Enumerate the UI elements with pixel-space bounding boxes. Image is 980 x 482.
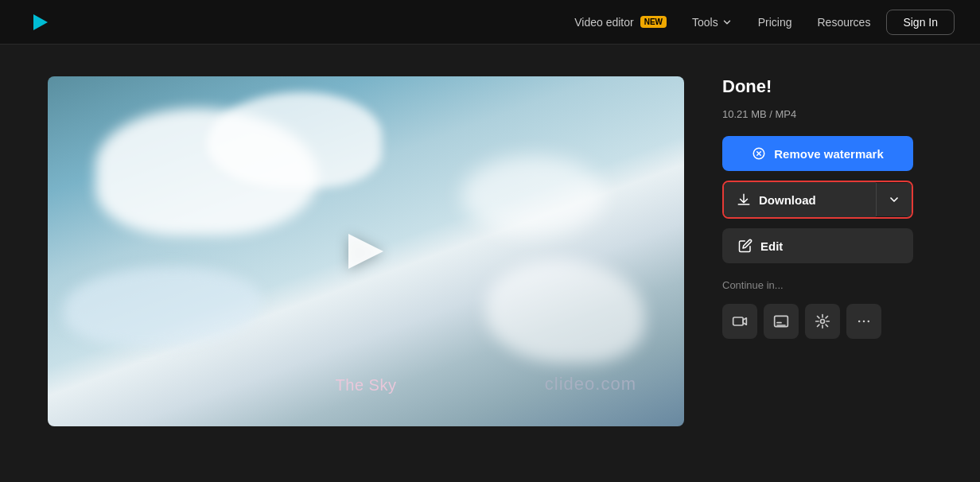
video-title-overlay: The Sky: [336, 376, 397, 395]
nav-label-resources: Resources: [817, 16, 870, 29]
continue-icon-video[interactable]: [722, 304, 757, 339]
download-button-wrapper: Download: [722, 181, 913, 219]
cloud-decoration-4: [64, 267, 262, 347]
svg-line-12: [826, 325, 827, 326]
header-left: [25, 8, 54, 37]
nav-label-tools: Tools: [692, 16, 718, 29]
svg-point-17: [858, 321, 861, 323]
more-icon: [856, 313, 872, 329]
svg-line-15: [818, 325, 819, 326]
header-nav: Video editor NEW Tools Pricing Resources…: [565, 10, 955, 35]
video-icon: [732, 313, 748, 329]
download-button[interactable]: Download: [724, 182, 876, 217]
svg-line-11: [818, 317, 819, 318]
svg-point-18: [863, 321, 865, 323]
continue-icon-subtitle[interactable]: [764, 304, 799, 339]
file-separator: /: [769, 108, 775, 120]
done-title: Done!: [722, 76, 913, 97]
file-info: 10.21 MB / MP4: [722, 108, 913, 120]
nav-badge-new: NEW: [640, 16, 667, 28]
cloud-decoration-3: [485, 259, 644, 363]
svg-point-8: [821, 320, 825, 324]
nav-item-video-editor[interactable]: Video editor NEW: [565, 11, 676, 33]
continue-icon-more[interactable]: [846, 304, 881, 339]
cloud-decoration-5: [461, 156, 605, 235]
svg-line-16: [826, 317, 827, 318]
cloud-decoration-2: [207, 92, 382, 188]
sign-in-button[interactable]: Sign In: [886, 10, 955, 35]
subtitle-icon: [773, 313, 789, 329]
chevron-down-icon: [721, 17, 733, 28]
right-panel: Done! 10.21 MB / MP4 Remove watermark Do…: [722, 76, 913, 339]
continue-in-label: Continue in...: [722, 279, 913, 291]
download-label: Download: [759, 193, 816, 207]
file-size: 10.21 MB: [722, 108, 767, 120]
svg-marker-0: [33, 14, 48, 30]
continue-icon-effects[interactable]: [805, 304, 840, 339]
download-chevron-button[interactable]: [876, 183, 912, 216]
edit-icon: [738, 239, 752, 253]
edit-button[interactable]: Edit: [722, 228, 913, 263]
header: Video editor NEW Tools Pricing Resources…: [0, 0, 980, 45]
continue-icons: [722, 304, 913, 339]
nav-label-video-editor: Video editor: [574, 16, 633, 29]
video-player[interactable]: The Sky clideo.com: [48, 76, 684, 426]
logo-icon[interactable]: [25, 8, 54, 37]
svg-rect-4: [733, 317, 744, 325]
nav-item-tools[interactable]: Tools: [682, 11, 742, 33]
video-watermark-text: clideo.com: [545, 374, 636, 395]
chevron-down-icon: [888, 193, 900, 206]
nav-label-pricing: Pricing: [758, 16, 792, 29]
remove-watermark-icon: [752, 146, 766, 161]
nav-item-pricing[interactable]: Pricing: [749, 11, 802, 33]
remove-watermark-button[interactable]: Remove watermark: [722, 136, 913, 171]
nav-item-resources[interactable]: Resources: [807, 11, 880, 33]
effects-icon: [815, 313, 830, 329]
file-format: MP4: [776, 108, 797, 120]
edit-label: Edit: [760, 239, 783, 253]
svg-point-19: [868, 321, 870, 323]
play-button-icon[interactable]: [348, 234, 383, 269]
download-icon: [737, 192, 751, 207]
main-content: The Sky clideo.com Done! 10.21 MB / MP4 …: [0, 45, 980, 482]
remove-watermark-label: Remove watermark: [774, 147, 884, 161]
